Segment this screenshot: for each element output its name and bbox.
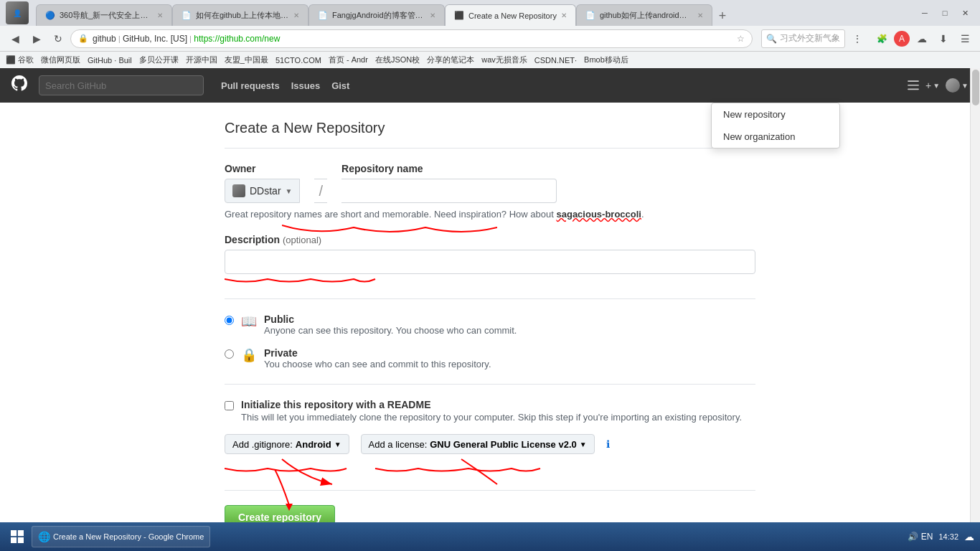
download-icon[interactable]: ⬇ xyxy=(934,29,953,48)
tab-1-close[interactable]: ✕ xyxy=(157,11,163,19)
new-organization-item[interactable]: New organization xyxy=(712,126,839,148)
private-label: Private xyxy=(264,347,491,359)
public-label: Public xyxy=(264,314,517,325)
tab-3-title: FangjgAndroid的博客管理... xyxy=(332,10,425,21)
new-tab-button[interactable]: + xyxy=(712,6,732,26)
tab-3-favicon: 📄 xyxy=(318,11,328,20)
menu-icon[interactable]: ☰ xyxy=(956,29,974,48)
nav-more-button[interactable]: ⋮ xyxy=(848,29,867,48)
page-scrollbar[interactable] xyxy=(970,68,980,522)
start-button[interactable] xyxy=(6,526,29,547)
gitignore-select-wrapper: Add .gitignore: Android ▼ xyxy=(225,434,349,454)
bookmark-csdn[interactable]: CSDN.NET· xyxy=(534,56,577,65)
back-button[interactable]: ◀ xyxy=(6,29,24,48)
private-desc: You choose who can see and commit to thi… xyxy=(264,359,491,369)
tab-5[interactable]: 📄 github如何上传android源代码... ✕ xyxy=(576,4,712,26)
gist-link[interactable]: Gist xyxy=(331,80,349,91)
tab-4-favicon: ⬛ xyxy=(454,11,464,20)
public-book-icon: 📖 xyxy=(241,314,257,329)
license-caret: ▼ xyxy=(580,441,587,448)
tab-2-close[interactable]: ✕ xyxy=(293,11,299,19)
plus-dropdown-button[interactable]: + ▼ xyxy=(925,80,940,91)
close-button[interactable]: ✕ xyxy=(956,5,974,21)
issues-link[interactable]: Issues xyxy=(291,80,320,91)
github-logo[interactable] xyxy=(11,75,27,95)
address-display: github | GitHub, Inc. [US] | https://git… xyxy=(93,34,732,44)
gitignore-select[interactable]: Add .gitignore: Android ▼ xyxy=(225,434,349,454)
taskbar-yiyun-icon[interactable]: ☁ xyxy=(964,531,974,542)
new-dropdown-menu: New repository New organization xyxy=(711,103,840,149)
slash-divider: / xyxy=(314,179,327,203)
svg-rect-5 xyxy=(18,537,24,543)
license-value-text: GNU General Public License v2.0 xyxy=(430,439,576,450)
bookmark-json[interactable]: 在线JSON校 xyxy=(375,55,420,65)
bookmark-android[interactable]: 首页 - Andr xyxy=(329,55,368,65)
svg-rect-2 xyxy=(11,530,17,536)
search-icon: 🔍 xyxy=(766,34,777,44)
bookmark-51cto[interactable]: 51CTO.COM xyxy=(275,56,321,65)
tab-4-close[interactable]: ✕ xyxy=(561,11,567,19)
description-input[interactable] xyxy=(225,250,755,274)
tab-5-title: github如何上传android源代码... xyxy=(600,10,693,21)
windows-taskbar: 🌐 Create a New Repository - Google Chrom… xyxy=(0,522,980,551)
page-title: Create a New Repository xyxy=(225,120,755,149)
adblock-icon[interactable]: A xyxy=(894,31,910,47)
tab-3[interactable]: 📄 FangjgAndroid的博客管理... ✕ xyxy=(308,4,445,26)
maximize-button[interactable]: □ xyxy=(936,5,954,21)
bookmark-bmob[interactable]: Bmob移动后 xyxy=(584,55,628,65)
readme-checkbox[interactable] xyxy=(225,401,234,410)
owner-label: Owner xyxy=(225,163,300,174)
readme-row: Initialize this repository with a README… xyxy=(225,399,755,423)
bookmark-github[interactable]: GitHub · Buil xyxy=(88,56,132,65)
tab-3-close[interactable]: ✕ xyxy=(430,11,435,19)
public-desc: Anyone can see this repository. You choo… xyxy=(264,325,517,336)
bookmark-apps[interactable]: ⬛ 谷歌 xyxy=(6,55,34,65)
search-placeholder: 习式外交新气象 xyxy=(780,32,840,44)
license-info-icon[interactable]: ℹ xyxy=(606,438,610,450)
bookmark-wav[interactable]: wav无损音乐 xyxy=(481,55,527,65)
public-radio[interactable] xyxy=(225,316,234,325)
license-label-text: Add a license: xyxy=(369,439,428,450)
gitignore-value-text: Android xyxy=(296,439,331,450)
monitor-icon-button[interactable] xyxy=(907,79,920,92)
taskbar-chrome[interactable]: 🌐 Create a New Repository - Google Chrom… xyxy=(32,526,210,547)
bookmark-notes[interactable]: 分享的笔记本 xyxy=(427,55,474,65)
extensions-icon[interactable]: 🧩 xyxy=(872,29,891,48)
private-option: 🔒 Private You choose who can see and com… xyxy=(225,347,755,369)
license-select-wrapper: Add a license: GNU General Public Licens… xyxy=(361,434,595,454)
owner-caret: ▼ xyxy=(286,187,293,195)
taskbar-systray: 🔊 EN xyxy=(908,532,933,542)
svg-rect-4 xyxy=(11,537,17,543)
owner-dropdown[interactable]: DDstar ▼ xyxy=(225,179,300,203)
repo-name-input[interactable] xyxy=(341,179,557,203)
bookmark-oschina[interactable]: 开源中国 xyxy=(186,55,217,65)
scrollbar-thumb[interactable] xyxy=(972,70,979,105)
forward-button[interactable]: ▶ xyxy=(27,29,46,48)
cloud-icon[interactable]: ☁ xyxy=(913,29,931,48)
apps-icon: ⬛ xyxy=(6,55,16,65)
tab-5-favicon: 📄 xyxy=(585,11,595,20)
tab-2[interactable]: 📄 如何在github上上传本地项目到... ✕ xyxy=(172,4,308,26)
bookmark-wechat[interactable]: 微信网页版 xyxy=(41,55,80,65)
annotation-arrow-button xyxy=(268,469,339,512)
private-radio[interactable] xyxy=(225,349,234,359)
reload-button[interactable]: ↻ xyxy=(49,29,67,48)
tab-4[interactable]: ⬛ Create a New Repository ✕ xyxy=(445,4,576,26)
tab-1[interactable]: 🔵 360导航_新一代安全上网导 ✕ xyxy=(36,4,172,26)
readme-label: Initialize this repository with a README xyxy=(241,399,742,410)
github-search-input[interactable] xyxy=(39,75,204,95)
star-icon[interactable]: ☆ xyxy=(737,34,745,44)
bookmark-duobei[interactable]: 多贝公开课 xyxy=(139,55,179,65)
user-avatar-button[interactable]: ▼ xyxy=(946,78,969,93)
tab-1-title: 360导航_新一代安全上网导 xyxy=(60,10,153,21)
minimize-button[interactable]: ─ xyxy=(915,5,934,21)
annotation-squiggle-1 xyxy=(282,222,497,243)
license-select[interactable]: Add a license: GNU General Public Licens… xyxy=(361,434,595,454)
repo-hint-text: Great repository names are short and mem… xyxy=(225,209,755,220)
pull-requests-link[interactable]: Pull requests xyxy=(221,80,280,91)
bookmark-umeng[interactable]: 友盟_中国最 xyxy=(225,55,268,65)
tab-5-close[interactable]: ✕ xyxy=(697,11,703,19)
secure-icon: 🔒 xyxy=(78,34,88,43)
profile-icon: 👤 xyxy=(6,1,29,24)
public-option: 📖 Public Anyone can see this repository.… xyxy=(225,314,755,336)
